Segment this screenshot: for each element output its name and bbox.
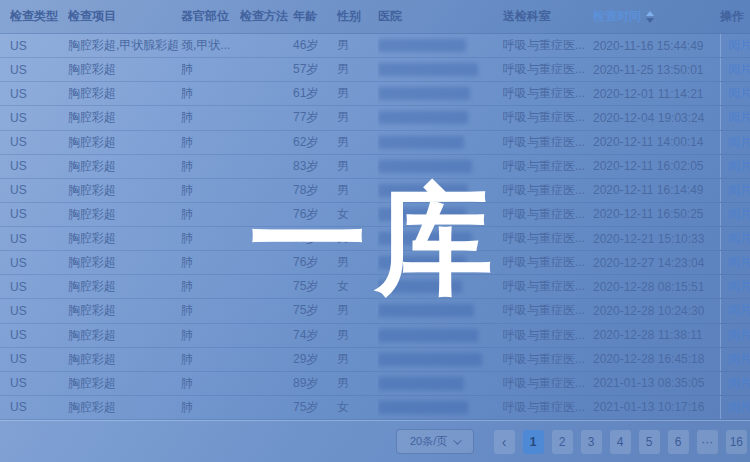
cell-age: 75岁 (293, 396, 337, 419)
cell-dept: 呼吸与重症医... (503, 106, 593, 129)
redacted-hospital-name (378, 39, 466, 52)
redacted-hospital-name (378, 280, 462, 293)
view-image-link[interactable]: 阅片 (728, 327, 750, 344)
cell-time: 2020-12-28 11:38:11 (593, 324, 720, 347)
cell-time: 2021-01-13 10:17:16 (593, 396, 720, 419)
table-row[interactable]: US胸腔彩超肺77岁男呼吸与重症医...2020-12-04 19:03:24阅… (0, 106, 750, 130)
table-row[interactable]: US胸腔彩超肺75岁女呼吸与重症医...2021-01-13 10:17:16阅… (0, 396, 750, 420)
more-pages-button[interactable]: ··· (697, 430, 718, 454)
view-image-link[interactable]: 阅片 (728, 158, 750, 175)
cell-organ: 肺 (181, 179, 240, 202)
view-image-link[interactable]: 阅片 (728, 302, 750, 319)
column-header-gender[interactable]: 性别 (337, 8, 378, 25)
cell-type: US (10, 203, 68, 226)
view-image-link[interactable]: 阅片 (728, 278, 750, 295)
cell-type: US (10, 396, 68, 419)
cell-age: 83岁 (293, 155, 337, 178)
column-header-method[interactable]: 检查方法 (240, 8, 293, 25)
page-button-6[interactable]: 6 (668, 430, 689, 454)
view-image-link[interactable]: 阅片 (728, 230, 750, 247)
view-image-link[interactable]: 阅片 (728, 206, 750, 223)
redacted-hospital-name (378, 377, 464, 390)
page-button-3[interactable]: 3 (581, 430, 602, 454)
page-size-select[interactable]: 20条/页 (396, 429, 474, 454)
cell-age: 78岁 (293, 179, 337, 202)
table-row[interactable]: US胸腔彩超肺74岁男呼吸与重症医...2020-12-28 11:38:11阅… (0, 324, 750, 348)
cell-method (240, 58, 293, 81)
cell-type: US (10, 275, 68, 298)
table-row[interactable]: US胸腔彩超肺78岁男呼吸与重症医...2020-12-11 16:14:49阅… (0, 179, 750, 203)
cell-age: 66岁 (293, 227, 337, 250)
table-row[interactable]: US胸腔彩超肺66岁男呼吸与重症医...2020-12-21 15:10:33阅… (0, 227, 750, 251)
cell-dept: 呼吸与重症医... (503, 372, 593, 395)
redacted-hospital-name (378, 111, 468, 124)
cell-age: 57岁 (293, 58, 337, 81)
page-button-16[interactable]: 16 (726, 430, 747, 454)
table-row[interactable]: US胸腔彩超肺29岁男呼吸与重症医...2020-12-28 16:45:18阅… (0, 348, 750, 372)
view-image-link[interactable]: 阅片 (728, 254, 750, 271)
table-row[interactable]: US胸腔彩超,甲状腺彩超颈,甲状...46岁男呼吸与重症医...2020-11-… (0, 34, 750, 58)
column-header-action[interactable]: 操作 (720, 8, 750, 25)
cell-hospital (378, 34, 503, 57)
cell-gender: 女 (337, 396, 378, 419)
column-header-time[interactable]: 检查时间 (593, 8, 720, 25)
cell-action: 阅片 (720, 396, 750, 419)
cell-action: 阅片 (720, 82, 750, 105)
cell-method (240, 106, 293, 129)
cell-dept: 呼吸与重症医... (503, 251, 593, 274)
cell-hospital (378, 324, 503, 347)
view-image-link[interactable]: 阅片 (728, 399, 750, 416)
column-header-hospital[interactable]: 医院 (378, 8, 503, 25)
table-row[interactable]: US胸腔彩超肺75岁男呼吸与重症医...2020-12-28 10:24:30阅… (0, 299, 750, 323)
cell-organ: 肺 (181, 396, 240, 419)
table-row[interactable]: US胸腔彩超肺61岁男呼吸与重症医...2020-12-01 11:14:21阅… (0, 82, 750, 106)
view-image-link[interactable]: 阅片 (728, 61, 750, 78)
table-row[interactable]: US胸腔彩超肺76岁男呼吸与重症医...2020-12-27 14:23:04阅… (0, 251, 750, 275)
cell-item: 胸腔彩超 (68, 324, 181, 347)
column-header-dept[interactable]: 送检科室 (503, 8, 593, 25)
table-row[interactable]: US胸腔彩超肺83岁男呼吸与重症医...2020-12-11 16:02:05阅… (0, 155, 750, 179)
page-button-4[interactable]: 4 (610, 430, 631, 454)
redacted-hospital-name (378, 160, 472, 173)
view-image-link[interactable]: 阅片 (728, 37, 750, 54)
column-header-organ[interactable]: 器官部位 (181, 8, 240, 25)
column-header-item[interactable]: 检查项目 (68, 8, 181, 25)
cell-time: 2020-11-25 13:50:01 (593, 58, 720, 81)
prev-page-button[interactable]: ‹ (494, 430, 515, 454)
cell-method (240, 34, 293, 57)
cell-organ: 肺 (181, 348, 240, 371)
view-image-link[interactable]: 阅片 (728, 375, 750, 392)
cell-age: 76岁 (293, 251, 337, 274)
cell-item: 胸腔彩超 (68, 348, 181, 371)
view-image-link[interactable]: 阅片 (728, 109, 750, 126)
cell-item: 胸腔彩超 (68, 58, 181, 81)
column-header-age[interactable]: 年龄 (293, 8, 337, 25)
table-row[interactable]: US胸腔彩超肺89岁男呼吸与重症医...2021-01-13 08:35:05阅… (0, 372, 750, 396)
page-button-2[interactable]: 2 (552, 430, 573, 454)
cell-type: US (10, 251, 68, 274)
view-image-link[interactable]: 阅片 (728, 85, 750, 102)
cell-organ: 肺 (181, 203, 240, 226)
cell-action: 阅片 (720, 34, 750, 57)
page-button-1[interactable]: 1 (523, 430, 544, 454)
cell-hospital (378, 275, 503, 298)
cell-method (240, 155, 293, 178)
cell-time: 2020-12-27 14:23:04 (593, 251, 720, 274)
cell-organ: 肺 (181, 155, 240, 178)
cell-age: 46岁 (293, 34, 337, 57)
page-button-5[interactable]: 5 (639, 430, 660, 454)
column-header-type[interactable]: 检查类型 (10, 8, 68, 25)
table-row[interactable]: US胸腔彩超肺76岁女呼吸与重症医...2020-12-11 16:50:25阅… (0, 203, 750, 227)
view-image-link[interactable]: 阅片 (728, 134, 750, 151)
redacted-hospital-name (378, 87, 470, 100)
cell-item: 胸腔彩超 (68, 82, 181, 105)
cell-time: 2020-12-28 10:24:30 (593, 299, 720, 322)
cell-dept: 呼吸与重症医... (503, 275, 593, 298)
view-image-link[interactable]: 阅片 (728, 182, 750, 199)
table-row[interactable]: US胸腔彩超肺57岁男呼吸与重症医...2020-11-25 13:50:01阅… (0, 58, 750, 82)
redacted-hospital-name (378, 136, 464, 149)
table-row[interactable]: US胸腔彩超肺75岁女呼吸与重症医...2020-12-28 08:15:51阅… (0, 275, 750, 299)
view-image-link[interactable]: 阅片 (728, 351, 750, 368)
redacted-hospital-name (378, 256, 466, 269)
table-row[interactable]: US胸腔彩超肺62岁男呼吸与重症医...2020-12-11 14:00:14阅… (0, 131, 750, 155)
